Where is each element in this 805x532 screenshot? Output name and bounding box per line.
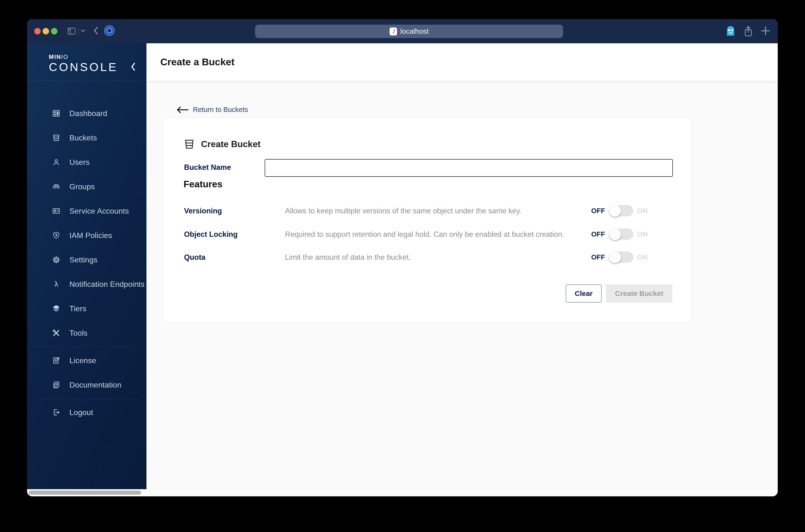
- sidebar-item-groups[interactable]: Groups: [27, 174, 147, 199]
- object-locking-toggle[interactable]: [609, 229, 633, 240]
- toggle-knob: [609, 228, 621, 240]
- sidebar-item-iam-policies[interactable]: IAM Policies: [27, 223, 147, 248]
- browser-titlebar: localhost: [27, 19, 778, 43]
- page-title: Create a Bucket: [160, 56, 235, 68]
- card-title: Create Bucket: [201, 139, 261, 149]
- sidebar-item-label: Settings: [69, 255, 97, 264]
- traffic-lights: [34, 19, 57, 43]
- groups-icon: [52, 182, 60, 191]
- toggle-off-label: OFF: [591, 253, 605, 261]
- create-bucket-button[interactable]: Create Bucket: [606, 284, 672, 303]
- clear-button[interactable]: Clear: [566, 284, 602, 303]
- sidebar-item-notification-endpoints[interactable]: λ Notification Endpoints: [27, 272, 147, 297]
- ghostery-extension-icon[interactable]: [725, 25, 736, 37]
- card-header: Create Bucket: [183, 137, 261, 151]
- sidebar-item-dashboard[interactable]: Dashboard: [27, 101, 147, 126]
- sidebar-item-logout[interactable]: Logout: [27, 400, 147, 424]
- bucket-name-label: Bucket Name: [184, 163, 231, 172]
- create-bucket-card: Create Bucket Bucket Name Features Versi…: [163, 117, 691, 322]
- logo-minio-light: IO: [61, 54, 69, 60]
- page-content: Return to Buckets Create Bucket Bucket N…: [147, 81, 778, 496]
- toolbar-separator: [78, 27, 79, 35]
- sidebar-collapse-icon[interactable]: [130, 62, 136, 71]
- object-locking-toggle-cluster: OFF ON: [591, 229, 648, 240]
- quota-label: Quota: [184, 253, 285, 262]
- main-area: Create a Bucket Return to Buckets: [147, 43, 778, 496]
- versioning-label: Versioning: [184, 207, 285, 215]
- toggle-knob: [609, 205, 621, 217]
- return-to-buckets-link[interactable]: Return to Buckets: [176, 106, 248, 114]
- tools-icon: [52, 329, 60, 337]
- return-link-label: Return to Buckets: [193, 106, 248, 114]
- sidebar-item-license[interactable]: License: [27, 348, 147, 373]
- close-button[interactable]: [34, 28, 41, 35]
- logout-icon: [52, 408, 60, 417]
- logo-minio-bold: MIN: [49, 54, 61, 60]
- sidebar-item-label: Groups: [69, 182, 95, 191]
- feature-row-object-locking: Object Locking Required to support reten…: [163, 223, 691, 246]
- sidebar-item-label: Tools: [69, 329, 88, 338]
- horizontal-scrollbar-thumb[interactable]: [29, 491, 141, 495]
- notification-endpoints-icon: λ: [52, 280, 60, 288]
- sidebar-item-label: Dashboard: [69, 109, 107, 118]
- toggle-off-label: OFF: [591, 207, 605, 215]
- url-bar[interactable]: localhost: [255, 25, 563, 38]
- sidebar: MINIO CONSOLE: [27, 43, 147, 496]
- feature-row-quota: Quota Limit the amount of data in the bu…: [163, 246, 691, 269]
- sidebar-toggle-icon[interactable]: [68, 27, 76, 35]
- back-arrow-icon: [176, 106, 189, 113]
- sidebar-item-label: Tiers: [69, 304, 87, 313]
- iam-policies-icon: [52, 231, 60, 240]
- logo-console: CONSOLE: [49, 61, 118, 73]
- sidebar-item-documentation[interactable]: Documentation: [27, 373, 147, 397]
- sidebar-nav: Dashboard Buckets: [27, 81, 147, 424]
- minimize-button[interactable]: [43, 28, 49, 35]
- svg-text:λ: λ: [54, 280, 58, 288]
- sidebar-item-label: IAM Policies: [69, 231, 112, 240]
- service-accounts-icon: [52, 207, 60, 215]
- toggle-knob: [609, 251, 621, 263]
- object-locking-label: Object Locking: [184, 230, 285, 239]
- sidebar-item-label: License: [69, 356, 96, 365]
- url-text: localhost: [400, 27, 429, 35]
- users-icon: [52, 158, 60, 167]
- toggle-on-label: ON: [637, 230, 648, 238]
- sidebar-item-service-accounts[interactable]: Service Accounts: [27, 199, 147, 223]
- tiers-icon: [52, 304, 60, 313]
- back-icon[interactable]: [93, 26, 99, 35]
- new-tab-icon[interactable]: [761, 26, 770, 36]
- sidebar-item-label: Service Accounts: [69, 207, 129, 215]
- toggle-on-label: ON: [637, 253, 648, 261]
- feature-row-versioning: Versioning Allows to keep multiple versi…: [163, 199, 691, 223]
- sidebar-item-tiers[interactable]: Tiers: [27, 297, 147, 321]
- versioning-toggle[interactable]: [609, 205, 633, 216]
- sidebar-item-tools[interactable]: Tools: [27, 321, 147, 345]
- license-icon: [52, 356, 60, 365]
- bucket-icon: [183, 137, 195, 151]
- sidebar-item-label: Logout: [69, 408, 93, 417]
- versioning-toggle-cluster: OFF ON: [591, 205, 648, 216]
- chevron-down-icon[interactable]: [81, 30, 85, 32]
- buckets-icon: [52, 133, 60, 142]
- toggle-off-label: OFF: [591, 230, 605, 238]
- sidebar-item-label: Notification Endpoints: [69, 280, 145, 289]
- sidebar-item-buckets[interactable]: Buckets: [27, 126, 147, 150]
- quota-toggle[interactable]: [609, 252, 633, 263]
- settings-icon: [52, 255, 60, 264]
- minio-favicon: [390, 27, 397, 35]
- browser-window: localhost MINIO CONSOLE: [27, 19, 778, 496]
- card-actions: Clear Create Bucket: [566, 284, 672, 303]
- sidebar-item-users[interactable]: Users: [27, 150, 147, 174]
- minio-console-logo: MINIO CONSOLE: [49, 54, 118, 73]
- documentation-icon: [52, 381, 60, 389]
- sidebar-item-label: Users: [69, 158, 90, 167]
- sidebar-item-settings[interactable]: Settings: [27, 248, 147, 272]
- sidebar-item-label: Buckets: [69, 133, 97, 142]
- share-icon[interactable]: [744, 25, 753, 37]
- toggle-on-label: ON: [637, 207, 648, 215]
- features-heading: Features: [184, 179, 223, 189]
- bucket-name-input[interactable]: [265, 159, 673, 177]
- onepassword-extension-icon[interactable]: [104, 25, 115, 36]
- zoom-button[interactable]: [51, 28, 57, 35]
- bottom-scrollbar-strip: [27, 489, 778, 496]
